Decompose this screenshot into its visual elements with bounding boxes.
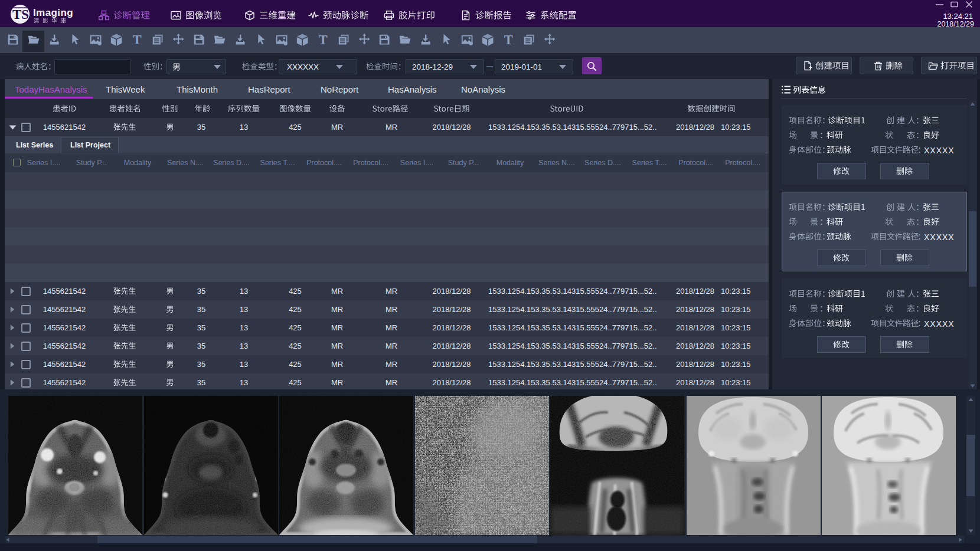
svg-text:TS: TS <box>12 7 29 22</box>
